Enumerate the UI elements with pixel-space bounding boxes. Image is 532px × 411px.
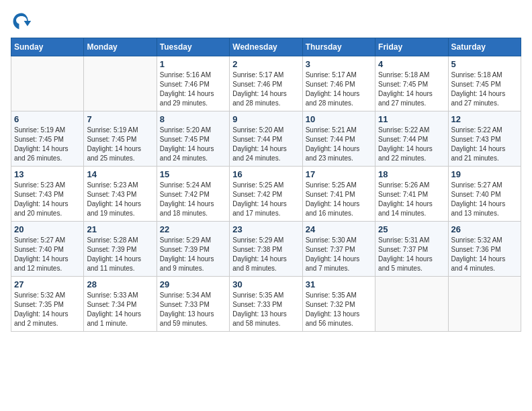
day-number: 10	[306, 114, 372, 124]
day-number: 9	[232, 114, 299, 124]
calendar-cell: 4Sunrise: 5:18 AMSunset: 7:45 PMDaylight…	[375, 56, 448, 111]
calendar-cell: 29Sunrise: 5:34 AMSunset: 7:33 PMDayligh…	[157, 277, 229, 332]
calendar-cell	[375, 277, 448, 332]
day-number: 8	[160, 114, 226, 124]
day-number: 2	[232, 59, 299, 69]
cell-content: Sunrise: 5:18 AMSunset: 7:45 PMDaylight:…	[451, 71, 518, 108]
cell-content: Sunrise: 5:23 AMSunset: 7:43 PMDaylight:…	[14, 181, 81, 218]
cell-content: Sunrise: 5:32 AMSunset: 7:35 PMDaylight:…	[14, 291, 81, 328]
calendar-cell	[11, 56, 84, 111]
col-header-saturday: Saturday	[448, 38, 521, 56]
calendar-cell: 21Sunrise: 5:28 AMSunset: 7:39 PMDayligh…	[84, 222, 157, 277]
calendar-cell: 10Sunrise: 5:21 AMSunset: 7:44 PMDayligh…	[302, 111, 375, 167]
cell-content: Sunrise: 5:20 AMSunset: 7:44 PMDaylight:…	[232, 126, 299, 163]
calendar-cell: 28Sunrise: 5:33 AMSunset: 7:34 PMDayligh…	[84, 277, 157, 332]
cell-content: Sunrise: 5:16 AMSunset: 7:46 PMDaylight:…	[160, 71, 226, 108]
day-number: 11	[378, 114, 445, 124]
calendar-cell: 19Sunrise: 5:27 AMSunset: 7:40 PMDayligh…	[448, 167, 521, 222]
cell-content: Sunrise: 5:19 AMSunset: 7:45 PMDaylight:…	[14, 126, 81, 163]
calendar-cell: 12Sunrise: 5:22 AMSunset: 7:43 PMDayligh…	[448, 111, 521, 167]
cell-content: Sunrise: 5:33 AMSunset: 7:34 PMDaylight:…	[87, 291, 153, 328]
calendar-cell	[84, 56, 157, 111]
calendar-body: 1Sunrise: 5:16 AMSunset: 7:46 PMDaylight…	[11, 56, 521, 332]
logo	[11, 11, 35, 32]
calendar-cell: 18Sunrise: 5:26 AMSunset: 7:41 PMDayligh…	[375, 167, 448, 222]
day-number: 4	[378, 59, 445, 69]
calendar-cell: 24Sunrise: 5:30 AMSunset: 7:37 PMDayligh…	[302, 222, 375, 277]
calendar-cell	[448, 277, 521, 332]
day-number: 1	[160, 59, 226, 69]
calendar-cell: 20Sunrise: 5:27 AMSunset: 7:40 PMDayligh…	[11, 222, 84, 277]
calendar-cell: 13Sunrise: 5:23 AMSunset: 7:43 PMDayligh…	[11, 167, 84, 222]
week-row-4: 20Sunrise: 5:27 AMSunset: 7:40 PMDayligh…	[11, 222, 521, 277]
day-number: 15	[160, 169, 226, 179]
day-number: 14	[87, 169, 153, 179]
day-number: 17	[306, 169, 372, 179]
day-number: 25	[378, 224, 445, 234]
cell-content: Sunrise: 5:25 AMSunset: 7:42 PMDaylight:…	[232, 181, 299, 218]
calendar-cell: 6Sunrise: 5:19 AMSunset: 7:45 PMDaylight…	[11, 111, 84, 167]
calendar-cell: 8Sunrise: 5:20 AMSunset: 7:45 PMDaylight…	[157, 111, 229, 167]
calendar-cell: 5Sunrise: 5:18 AMSunset: 7:45 PMDaylight…	[448, 56, 521, 111]
calendar-cell: 31Sunrise: 5:35 AMSunset: 7:32 PMDayligh…	[302, 277, 375, 332]
day-number: 21	[87, 224, 153, 234]
calendar-cell: 1Sunrise: 5:16 AMSunset: 7:46 PMDaylight…	[157, 56, 229, 111]
col-header-friday: Friday	[375, 38, 448, 56]
calendar-cell: 17Sunrise: 5:25 AMSunset: 7:41 PMDayligh…	[302, 167, 375, 222]
day-number: 20	[14, 224, 81, 234]
day-number: 6	[14, 114, 81, 124]
day-number: 13	[14, 169, 81, 179]
day-number: 22	[160, 224, 226, 234]
col-header-thursday: Thursday	[302, 38, 375, 56]
cell-content: Sunrise: 5:35 AMSunset: 7:32 PMDaylight:…	[306, 291, 372, 328]
cell-content: Sunrise: 5:29 AMSunset: 7:38 PMDaylight:…	[232, 236, 299, 273]
calendar-cell: 27Sunrise: 5:32 AMSunset: 7:35 PMDayligh…	[11, 277, 84, 332]
cell-content: Sunrise: 5:32 AMSunset: 7:36 PMDaylight:…	[451, 236, 518, 273]
day-number: 23	[232, 224, 299, 234]
calendar-cell: 2Sunrise: 5:17 AMSunset: 7:46 PMDaylight…	[230, 56, 302, 111]
week-row-2: 6Sunrise: 5:19 AMSunset: 7:45 PMDaylight…	[11, 111, 521, 167]
col-header-tuesday: Tuesday	[157, 38, 229, 56]
week-row-1: 1Sunrise: 5:16 AMSunset: 7:46 PMDaylight…	[11, 56, 521, 111]
week-row-3: 13Sunrise: 5:23 AMSunset: 7:43 PMDayligh…	[11, 167, 521, 222]
cell-content: Sunrise: 5:27 AMSunset: 7:40 PMDaylight:…	[14, 236, 81, 273]
calendar-header: SundayMondayTuesdayWednesdayThursdayFrid…	[11, 38, 521, 56]
cell-content: Sunrise: 5:29 AMSunset: 7:39 PMDaylight:…	[160, 236, 226, 273]
day-number: 18	[378, 169, 445, 179]
calendar-cell: 7Sunrise: 5:19 AMSunset: 7:45 PMDaylight…	[84, 111, 157, 167]
cell-content: Sunrise: 5:35 AMSunset: 7:33 PMDaylight:…	[232, 291, 299, 328]
cell-content: Sunrise: 5:26 AMSunset: 7:41 PMDaylight:…	[378, 181, 445, 218]
calendar-cell: 14Sunrise: 5:23 AMSunset: 7:43 PMDayligh…	[84, 167, 157, 222]
day-number: 19	[451, 169, 518, 179]
day-number: 28	[87, 279, 153, 289]
cell-content: Sunrise: 5:17 AMSunset: 7:46 PMDaylight:…	[306, 71, 372, 108]
calendar-cell: 22Sunrise: 5:29 AMSunset: 7:39 PMDayligh…	[157, 222, 229, 277]
cell-content: Sunrise: 5:20 AMSunset: 7:45 PMDaylight:…	[160, 126, 226, 163]
day-number: 12	[451, 114, 518, 124]
day-number: 31	[306, 279, 372, 289]
col-header-wednesday: Wednesday	[230, 38, 302, 56]
day-number: 5	[451, 59, 518, 69]
day-number: 16	[232, 169, 299, 179]
logo-icon	[11, 11, 32, 32]
calendar-cell: 26Sunrise: 5:32 AMSunset: 7:36 PMDayligh…	[448, 222, 521, 277]
day-number: 3	[306, 59, 372, 69]
cell-content: Sunrise: 5:21 AMSunset: 7:44 PMDaylight:…	[306, 126, 372, 163]
day-number: 7	[87, 114, 153, 124]
col-header-monday: Monday	[84, 38, 157, 56]
cell-content: Sunrise: 5:19 AMSunset: 7:45 PMDaylight:…	[87, 126, 153, 163]
day-number: 24	[306, 224, 372, 234]
cell-content: Sunrise: 5:22 AMSunset: 7:44 PMDaylight:…	[378, 126, 445, 163]
calendar-cell: 25Sunrise: 5:31 AMSunset: 7:37 PMDayligh…	[375, 222, 448, 277]
cell-content: Sunrise: 5:30 AMSunset: 7:37 PMDaylight:…	[306, 236, 372, 273]
calendar-cell: 3Sunrise: 5:17 AMSunset: 7:46 PMDaylight…	[302, 56, 375, 111]
calendar-cell: 30Sunrise: 5:35 AMSunset: 7:33 PMDayligh…	[230, 277, 302, 332]
calendar-cell: 16Sunrise: 5:25 AMSunset: 7:42 PMDayligh…	[230, 167, 302, 222]
day-number: 27	[14, 279, 81, 289]
calendar-cell: 15Sunrise: 5:24 AMSunset: 7:42 PMDayligh…	[157, 167, 229, 222]
calendar-cell: 9Sunrise: 5:20 AMSunset: 7:44 PMDaylight…	[230, 111, 302, 167]
page-header	[11, 11, 521, 32]
calendar-cell: 11Sunrise: 5:22 AMSunset: 7:44 PMDayligh…	[375, 111, 448, 167]
calendar-cell: 23Sunrise: 5:29 AMSunset: 7:38 PMDayligh…	[230, 222, 302, 277]
cell-content: Sunrise: 5:31 AMSunset: 7:37 PMDaylight:…	[378, 236, 445, 273]
